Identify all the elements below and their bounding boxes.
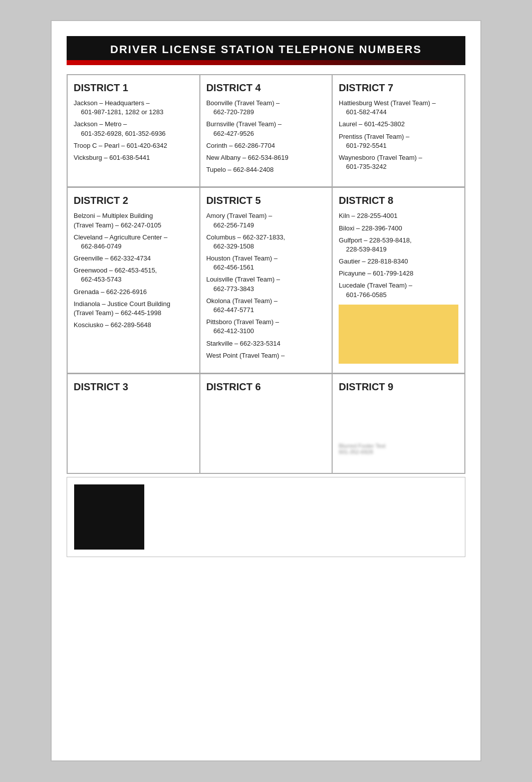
- district-5-entry-3: Louisville (Travel Team) – 662-773-3843: [206, 275, 326, 293]
- header-box: DRIVER LICENSE STATION TELEPHONE NUMBERS: [67, 36, 465, 60]
- district-8-entry-3: Gautier – 228-818-8340: [339, 257, 458, 266]
- district-8-entry-2: Gulfport – 228-539-8418, 228-539-8419: [339, 236, 458, 254]
- district-7-title: DISTRICT 7: [339, 82, 458, 94]
- district-9-blurred: Blurred Footer Text601-352-6928: [339, 443, 458, 455]
- district-8-entry-0: Kiln – 228-255-4001: [339, 211, 458, 220]
- district-9-title: DISTRICT 9: [339, 381, 458, 393]
- district-2-entry-3: Greenwood – 662-453-4515, 662-453-5743: [74, 266, 193, 284]
- district-4-entry-2: Corinth – 662-286-7704: [206, 141, 326, 150]
- district-6-title: DISTRICT 6: [206, 381, 326, 393]
- district-4-title: DISTRICT 4: [206, 82, 326, 94]
- district-7-entry-1: Laurel – 601-425-3802: [339, 120, 458, 129]
- district-2-entry-2: Greenville – 662-332-4734: [74, 254, 193, 263]
- district-5-cell: DISTRICT 5 Amory (Travel Team) – 662-256…: [200, 187, 333, 373]
- districts-grid-top: DISTRICT 1 Jackson – Headquarters – 601-…: [67, 74, 465, 187]
- footer-section: [67, 477, 465, 557]
- overlay-blurred-text: [346, 313, 382, 355]
- district-2-entry-4: Grenada – 662-226-6916: [74, 288, 193, 297]
- district-2-cell: DISTRICT 2 Belzoni – Multiplex Building(…: [67, 187, 200, 373]
- district-5-entry-1: Columbus – 662-327-1833, 662-329-1508: [206, 233, 326, 251]
- district-3-title: DISTRICT 3: [74, 381, 193, 393]
- district-2-entry-1: Cleveland – Agriculture Center – 662-846…: [74, 233, 193, 251]
- district-9-blurred-text: Blurred Footer Text601-352-6928: [339, 443, 458, 455]
- district-2-entry-6: Kosciusko – 662-289-5648: [74, 321, 193, 330]
- district-1-entry-2: Troop C – Pearl – 601-420-6342: [74, 141, 193, 150]
- district-2-entry-5: Indianola – Justice Court Building(Trave…: [74, 300, 193, 318]
- district-7-entry-2: Prentiss (Travel Team) – 601-792-5541: [339, 132, 458, 150]
- district-5-entry-7: West Point (Travel Team) –: [206, 351, 326, 360]
- page-container: DRIVER LICENSE STATION TELEPHONE NUMBERS…: [51, 20, 481, 761]
- district-8-cell: DISTRICT 8 Kiln – 228-255-4001 Biloxi – …: [332, 187, 465, 373]
- district-2-title: DISTRICT 2: [74, 195, 193, 206]
- district-1-cell: DISTRICT 1 Jackson – Headquarters – 601-…: [67, 75, 200, 187]
- footer-text-box: [144, 477, 465, 557]
- districts-grid-bottom: DISTRICT 3 DISTRICT 6 DISTRICT 9 Blurred…: [67, 374, 465, 474]
- district-8-title: DISTRICT 8: [339, 195, 458, 206]
- district-4-entry-1: Burnsville (Travel Team) – 662-427-9526: [206, 120, 326, 138]
- district-8-entry-5: Lucedale (Travel Team) – 601-766-0585: [339, 281, 458, 299]
- district-4-cell: DISTRICT 4 Boonville (Travel Team) – 662…: [200, 75, 333, 187]
- district-3-cell: DISTRICT 3: [67, 374, 200, 473]
- district-4-entry-4: Tupelo – 662-844-2408: [206, 165, 326, 174]
- districts-grid-mid: DISTRICT 2 Belzoni – Multiplex Building(…: [67, 187, 465, 374]
- district-9-cell: DISTRICT 9 Blurred Footer Text601-352-69…: [332, 374, 465, 473]
- district-4-entry-0: Boonville (Travel Team) – 662-720-7289: [206, 99, 326, 117]
- district-5-entry-2: Houston (Travel Team) – 662-456-1561: [206, 254, 326, 272]
- district-1-entry-1: Jackson – Metro – 601-352-6928, 601-352-…: [74, 120, 193, 138]
- district-7-entry-0: Hattiesburg West (Travel Team) – 601-582…: [339, 99, 458, 117]
- district-5-title: DISTRICT 5: [206, 195, 326, 206]
- district-5-entry-5: Pittsboro (Travel Team) – 662-412-3100: [206, 318, 326, 336]
- yellow-overlay: [339, 305, 458, 364]
- district-5-entry-6: Starkville – 662-323-5314: [206, 339, 326, 348]
- red-bar: [67, 60, 465, 65]
- district-1-title: DISTRICT 1: [74, 82, 193, 94]
- district-7-entry-3: Waynesboro (Travel Team) – 601-735-3242: [339, 153, 458, 171]
- district-7-cell: DISTRICT 7 Hattiesburg West (Travel Team…: [332, 75, 465, 187]
- district-8-entry-4: Picayune – 601-799-1428: [339, 269, 458, 278]
- footer-image-box: [74, 484, 144, 550]
- district-4-entry-3: New Albany – 662-534-8619: [206, 153, 326, 162]
- header-title: DRIVER LICENSE STATION TELEPHONE NUMBERS: [72, 43, 460, 56]
- district-1-entry-0: Jackson – Headquarters – 601-987-1281, 1…: [74, 99, 193, 117]
- district-1-entry-3: Vicksburg – 601-638-5441: [74, 153, 193, 162]
- district-2-entry-0: Belzoni – Multiplex Building(Travel Team…: [74, 211, 193, 229]
- district-6-cell: DISTRICT 6: [200, 374, 333, 473]
- district-5-entry-4: Okolona (Travel Team) – 662-447-5771: [206, 297, 326, 315]
- district-5-entry-0: Amory (Travel Team) – 662-256-7149: [206, 211, 326, 229]
- district-8-entry-1: Biloxi – 228-396-7400: [339, 224, 458, 233]
